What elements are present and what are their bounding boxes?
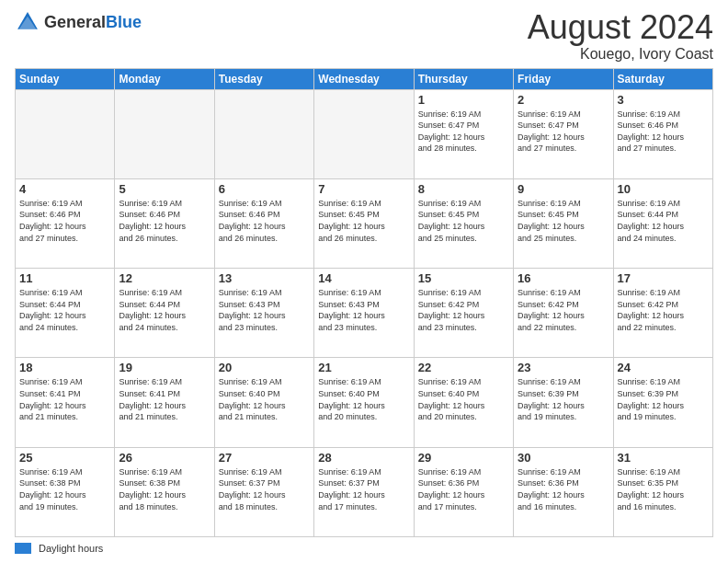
- logo-blue: Blue: [106, 13, 142, 31]
- calendar-cell-w1-d1: [16, 89, 115, 178]
- calendar-cell-w3-d2: 12Sunrise: 6:19 AM Sunset: 6:44 PM Dayli…: [115, 269, 214, 358]
- day-number: 2: [518, 93, 609, 107]
- calendar-cell-w4-d4: 21Sunrise: 6:19 AM Sunset: 6:40 PM Dayli…: [314, 358, 414, 447]
- calendar-cell-w3-d1: 11Sunrise: 6:19 AM Sunset: 6:44 PM Dayli…: [16, 269, 115, 358]
- calendar-cell-w2-d5: 8Sunrise: 6:19 AM Sunset: 6:45 PM Daylig…: [414, 178, 513, 268]
- calendar-cell-w1-d3: [214, 89, 313, 178]
- calendar-cell-w4-d1: 18Sunrise: 6:19 AM Sunset: 6:41 PM Dayli…: [16, 358, 115, 447]
- header-thursday: Thursday: [414, 68, 513, 89]
- day-info: Sunrise: 6:19 AM Sunset: 6:45 PM Dayligh…: [418, 198, 509, 244]
- day-number: 1: [418, 93, 509, 107]
- day-number: 23: [518, 361, 609, 374]
- calendar-cell-w2-d2: 5Sunrise: 6:19 AM Sunset: 6:46 PM Daylig…: [115, 178, 214, 268]
- day-info: Sunrise: 6:19 AM Sunset: 6:45 PM Dayligh…: [518, 198, 609, 244]
- day-info: Sunrise: 6:19 AM Sunset: 6:38 PM Dayligh…: [19, 466, 110, 512]
- day-number: 18: [19, 361, 110, 374]
- calendar-cell-w5-d2: 26Sunrise: 6:19 AM Sunset: 6:38 PM Dayli…: [115, 447, 214, 536]
- logo-text: GeneralBlue: [44, 13, 142, 32]
- day-info: Sunrise: 6:19 AM Sunset: 6:44 PM Dayligh…: [119, 287, 210, 333]
- day-info: Sunrise: 6:19 AM Sunset: 6:46 PM Dayligh…: [119, 198, 210, 244]
- day-info: Sunrise: 6:19 AM Sunset: 6:40 PM Dayligh…: [219, 376, 310, 422]
- week-row-1: 1Sunrise: 6:19 AM Sunset: 6:47 PM Daylig…: [16, 89, 713, 178]
- calendar-cell-w4-d3: 20Sunrise: 6:19 AM Sunset: 6:40 PM Dayli…: [214, 358, 313, 447]
- day-number: 21: [318, 361, 409, 374]
- header-sunday: Sunday: [16, 68, 115, 89]
- calendar-cell-w4-d2: 19Sunrise: 6:19 AM Sunset: 6:41 PM Dayli…: [115, 358, 214, 447]
- calendar-cell-w3-d6: 16Sunrise: 6:19 AM Sunset: 6:42 PM Dayli…: [514, 269, 613, 358]
- day-info: Sunrise: 6:19 AM Sunset: 6:36 PM Dayligh…: [418, 466, 509, 512]
- calendar-cell-w5-d5: 29Sunrise: 6:19 AM Sunset: 6:36 PM Dayli…: [414, 447, 513, 536]
- week-row-5: 25Sunrise: 6:19 AM Sunset: 6:38 PM Dayli…: [16, 447, 713, 536]
- header-friday: Friday: [514, 68, 613, 89]
- day-info: Sunrise: 6:19 AM Sunset: 6:41 PM Dayligh…: [19, 376, 110, 422]
- day-number: 12: [119, 271, 210, 285]
- day-number: 27: [219, 451, 310, 465]
- day-number: 20: [219, 361, 310, 374]
- calendar-cell-w4-d7: 24Sunrise: 6:19 AM Sunset: 6:39 PM Dayli…: [613, 358, 712, 447]
- day-number: 7: [318, 182, 409, 196]
- day-number: 11: [19, 271, 110, 285]
- day-number: 8: [418, 182, 509, 196]
- day-info: Sunrise: 6:19 AM Sunset: 6:42 PM Dayligh…: [618, 287, 709, 333]
- logo-icon: [15, 9, 40, 35]
- legend-label: Daylight hours: [39, 543, 103, 554]
- day-info: Sunrise: 6:19 AM Sunset: 6:42 PM Dayligh…: [418, 287, 509, 333]
- location: Kouego, Ivory Coast: [528, 46, 713, 63]
- calendar-cell-w5-d4: 28Sunrise: 6:19 AM Sunset: 6:37 PM Dayli…: [314, 447, 414, 536]
- day-info: Sunrise: 6:19 AM Sunset: 6:40 PM Dayligh…: [418, 376, 509, 422]
- day-info: Sunrise: 6:19 AM Sunset: 6:35 PM Dayligh…: [618, 466, 709, 512]
- day-info: Sunrise: 6:19 AM Sunset: 6:46 PM Dayligh…: [618, 109, 709, 155]
- calendar-cell-w1-d7: 3Sunrise: 6:19 AM Sunset: 6:46 PM Daylig…: [613, 89, 712, 178]
- day-info: Sunrise: 6:19 AM Sunset: 6:46 PM Dayligh…: [219, 198, 310, 244]
- day-info: Sunrise: 6:19 AM Sunset: 6:44 PM Dayligh…: [618, 198, 709, 244]
- day-number: 29: [418, 451, 509, 465]
- day-info: Sunrise: 6:19 AM Sunset: 6:40 PM Dayligh…: [318, 376, 409, 422]
- calendar-cell-w2-d6: 9Sunrise: 6:19 AM Sunset: 6:45 PM Daylig…: [514, 178, 613, 268]
- day-info: Sunrise: 6:19 AM Sunset: 6:39 PM Dayligh…: [518, 376, 609, 422]
- day-number: 4: [19, 182, 110, 196]
- day-info: Sunrise: 6:19 AM Sunset: 6:37 PM Dayligh…: [318, 466, 409, 512]
- calendar-cell-w1-d2: [115, 89, 214, 178]
- day-info: Sunrise: 6:19 AM Sunset: 6:47 PM Dayligh…: [518, 109, 609, 155]
- calendar-cell-w3-d3: 13Sunrise: 6:19 AM Sunset: 6:43 PM Dayli…: [214, 269, 313, 358]
- logo-general: General: [44, 13, 106, 31]
- day-info: Sunrise: 6:19 AM Sunset: 6:37 PM Dayligh…: [219, 466, 310, 512]
- day-info: Sunrise: 6:19 AM Sunset: 6:38 PM Dayligh…: [119, 466, 210, 512]
- weekday-header-row: Sunday Monday Tuesday Wednesday Thursday…: [16, 68, 713, 89]
- day-info: Sunrise: 6:19 AM Sunset: 6:43 PM Dayligh…: [219, 287, 310, 333]
- day-number: 13: [219, 271, 310, 285]
- day-number: 14: [318, 271, 409, 285]
- day-info: Sunrise: 6:19 AM Sunset: 6:47 PM Dayligh…: [418, 109, 509, 155]
- calendar-cell-w2-d3: 6Sunrise: 6:19 AM Sunset: 6:46 PM Daylig…: [214, 178, 313, 268]
- day-number: 3: [618, 93, 709, 107]
- day-info: Sunrise: 6:19 AM Sunset: 6:44 PM Dayligh…: [19, 287, 110, 333]
- calendar-cell-w1-d6: 2Sunrise: 6:19 AM Sunset: 6:47 PM Daylig…: [514, 89, 613, 178]
- calendar-cell-w1-d5: 1Sunrise: 6:19 AM Sunset: 6:47 PM Daylig…: [414, 89, 513, 178]
- calendar-cell-w2-d4: 7Sunrise: 6:19 AM Sunset: 6:45 PM Daylig…: [314, 178, 414, 268]
- day-info: Sunrise: 6:19 AM Sunset: 6:39 PM Dayligh…: [618, 376, 709, 422]
- day-info: Sunrise: 6:19 AM Sunset: 6:41 PM Dayligh…: [119, 376, 210, 422]
- month-year: August 2024: [528, 9, 713, 46]
- day-info: Sunrise: 6:19 AM Sunset: 6:45 PM Dayligh…: [318, 198, 409, 244]
- day-number: 9: [518, 182, 609, 196]
- footer: Daylight hours: [15, 543, 713, 554]
- calendar-cell-w2-d1: 4Sunrise: 6:19 AM Sunset: 6:46 PM Daylig…: [16, 178, 115, 268]
- legend-color-box: [15, 543, 31, 554]
- header: GeneralBlue August 2024 Kouego, Ivory Co…: [15, 9, 713, 63]
- day-number: 28: [318, 451, 409, 465]
- calendar-cell-w2-d7: 10Sunrise: 6:19 AM Sunset: 6:44 PM Dayli…: [613, 178, 712, 268]
- day-number: 5: [119, 182, 210, 196]
- day-number: 30: [518, 451, 609, 465]
- calendar-cell-w5-d6: 30Sunrise: 6:19 AM Sunset: 6:36 PM Dayli…: [514, 447, 613, 536]
- calendar-cell-w5-d3: 27Sunrise: 6:19 AM Sunset: 6:37 PM Dayli…: [214, 447, 313, 536]
- day-info: Sunrise: 6:19 AM Sunset: 6:43 PM Dayligh…: [318, 287, 409, 333]
- logo: GeneralBlue: [15, 9, 142, 35]
- day-number: 16: [518, 271, 609, 285]
- day-number: 19: [119, 361, 210, 374]
- day-number: 10: [618, 182, 709, 196]
- header-saturday: Saturday: [613, 68, 712, 89]
- day-info: Sunrise: 6:19 AM Sunset: 6:36 PM Dayligh…: [518, 466, 609, 512]
- calendar-cell-w3-d5: 15Sunrise: 6:19 AM Sunset: 6:42 PM Dayli…: [414, 269, 513, 358]
- header-tuesday: Tuesday: [214, 68, 313, 89]
- calendar: Sunday Monday Tuesday Wednesday Thursday…: [15, 68, 713, 537]
